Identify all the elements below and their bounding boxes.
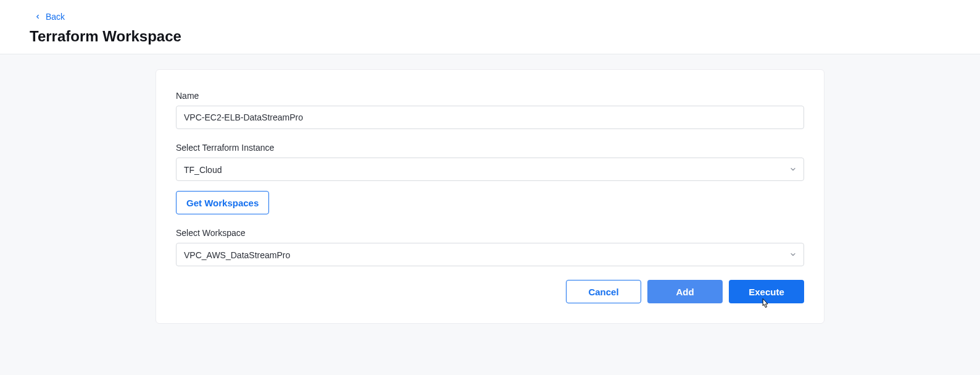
chevron-left-icon — [35, 12, 41, 22]
form-card: Name Select Terraform Instance TF_Cloud … — [156, 69, 824, 324]
action-row: Cancel Add Execute — [176, 280, 804, 303]
execute-button[interactable]: Execute — [729, 280, 804, 303]
page-header: Back Terraform Workspace — [0, 0, 980, 54]
workspace-select-wrap: VPC_AWS_DataStreamPro — [176, 243, 804, 266]
name-label: Name — [176, 91, 804, 101]
get-workspaces-wrap: Get Workspaces — [176, 191, 804, 214]
get-workspaces-button[interactable]: Get Workspaces — [176, 191, 269, 214]
workspace-label: Select Workspace — [176, 228, 804, 238]
instance-group: Select Terraform Instance TF_Cloud — [176, 143, 804, 181]
back-link-label: Back — [46, 12, 65, 22]
add-button[interactable]: Add — [647, 280, 723, 303]
back-link[interactable]: Back — [35, 12, 65, 22]
workspace-select[interactable]: VPC_AWS_DataStreamPro — [176, 243, 804, 266]
instance-label: Select Terraform Instance — [176, 143, 804, 153]
content-area: Name Select Terraform Instance TF_Cloud … — [0, 54, 980, 324]
instance-select[interactable]: TF_Cloud — [176, 158, 804, 181]
name-group: Name — [176, 91, 804, 129]
workspace-group: Select Workspace VPC_AWS_DataStreamPro — [176, 228, 804, 266]
name-input[interactable] — [176, 106, 804, 129]
instance-select-wrap: TF_Cloud — [176, 158, 804, 181]
cancel-button[interactable]: Cancel — [566, 280, 641, 303]
page-title: Terraform Workspace — [30, 28, 950, 45]
